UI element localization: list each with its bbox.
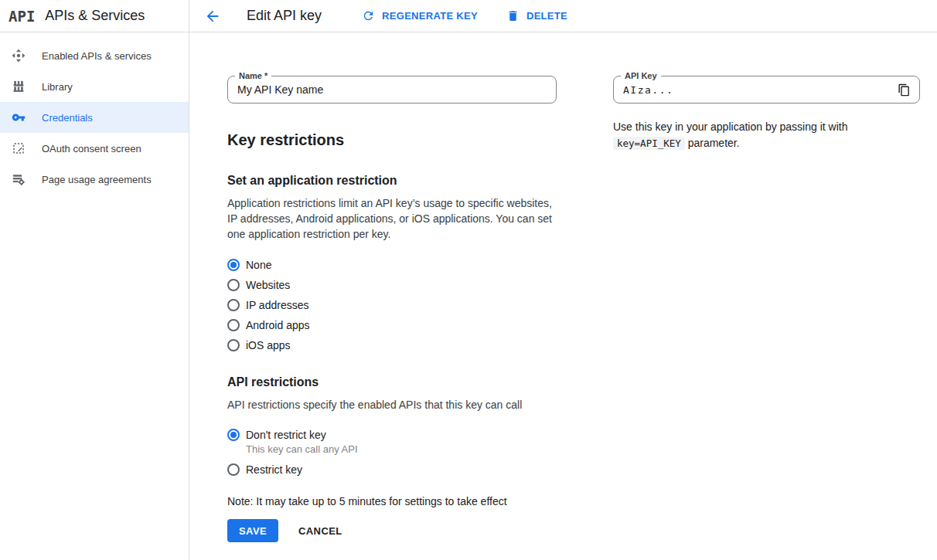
sidebar-item-oauth-consent[interactable]: OAuth consent screen [0, 133, 189, 164]
radio-button-icon [227, 279, 240, 291]
name-field: Name * [227, 76, 557, 104]
api-key-usage-hint: Use this key in your application by pass… [613, 119, 920, 151]
api-key-field: API Key [613, 76, 920, 104]
radio-ip-addresses[interactable]: IP addresses [227, 295, 557, 315]
agreements-gear-icon [11, 171, 26, 187]
settings-note: Note: It may take up to 5 minutes for se… [227, 495, 557, 507]
back-button[interactable] [202, 5, 223, 27]
sidebar-nav: Enabled APIs & services Library Credenti… [0, 32, 189, 195]
sidebar-item-credentials[interactable]: Credentials [0, 102, 189, 133]
sidebar-title: APIs & Services [45, 8, 145, 24]
radio-button-icon [227, 339, 240, 351]
api-restrictions-title: API restrictions [227, 375, 557, 389]
radio-dont-restrict-key[interactable]: Don't restrict key This key can call any… [227, 426, 557, 460]
enabled-apis-icon [11, 48, 26, 63]
application-restriction-title: Set an application restriction [227, 174, 557, 188]
sidebar-item-label: Credentials [42, 112, 93, 124]
sidebar-item-label: Page usage agreements [42, 174, 152, 185]
right-column: API Key Use this key in your application… [613, 76, 920, 151]
sidebar-header: API APIs & Services [0, 0, 189, 32]
api-logo: API [9, 8, 35, 25]
radio-button-icon [227, 429, 240, 441]
copy-button[interactable] [894, 80, 913, 99]
regenerate-key-label: REGENERATE KEY [382, 10, 478, 22]
api-restrictions-description: API restrictions specify the enabled API… [227, 397, 557, 412]
radio-button-icon [227, 259, 240, 271]
api-restrictions-radio-group: Don't restrict key This key can call any… [227, 426, 557, 480]
footer-actions: SAVE CANCEL [227, 519, 557, 542]
sidebar-item-library[interactable]: Library [0, 71, 189, 102]
delete-label: DELETE [526, 10, 567, 22]
sidebar-item-page-usage-agreements[interactable]: Page usage agreements [0, 164, 189, 195]
api-key-field-label: API Key [621, 71, 661, 81]
radio-ios-apps[interactable]: iOS apps [227, 335, 557, 355]
oauth-consent-icon [11, 141, 26, 156]
radio-none[interactable]: None [227, 255, 557, 275]
radio-websites[interactable]: Websites [227, 275, 557, 295]
name-field-label: Name * [235, 71, 271, 81]
name-input[interactable] [228, 76, 556, 103]
key-icon [11, 110, 26, 125]
sidebar-item-label: Library [42, 81, 73, 93]
save-button[interactable]: SAVE [227, 519, 278, 542]
sidebar-item-label: OAuth consent screen [42, 143, 141, 154]
api-key-param-chip: key=API_KEY [613, 137, 685, 150]
radio-button-icon [227, 319, 240, 331]
radio-android-apps[interactable]: Android apps [227, 315, 557, 335]
delete-button[interactable]: DELETE [506, 9, 567, 22]
arrow-left-icon [204, 8, 221, 25]
radio-button-icon [227, 463, 240, 476]
radio-button-icon [227, 299, 240, 311]
topbar: Edit API key REGENERATE KEY DELETE [189, 0, 937, 32]
page-title: Edit API key [247, 8, 322, 24]
sidebar-item-enabled-apis[interactable]: Enabled APIs & services [0, 40, 189, 71]
refresh-icon [362, 9, 382, 22]
application-restriction-description: Application restrictions limit an API ke… [227, 195, 557, 242]
radio-restrict-key[interactable]: Restrict key [227, 460, 557, 480]
left-column: Name * Key restrictions Set an applicati… [227, 76, 557, 542]
key-restrictions-title: Key restrictions [227, 131, 557, 149]
trash-icon [506, 9, 526, 22]
regenerate-key-button[interactable]: REGENERATE KEY [362, 9, 478, 22]
sidebar: API APIs & Services Enabled APIs & servi… [0, 0, 189, 560]
sidebar-item-label: Enabled APIs & services [42, 50, 152, 62]
copy-icon [898, 83, 911, 97]
radio-sublabel: This key can call any API [246, 443, 358, 456]
cancel-button[interactable]: CANCEL [298, 525, 342, 537]
library-icon [11, 79, 26, 94]
application-restriction-radio-group: None Websites IP addresses Android apps … [227, 255, 557, 355]
